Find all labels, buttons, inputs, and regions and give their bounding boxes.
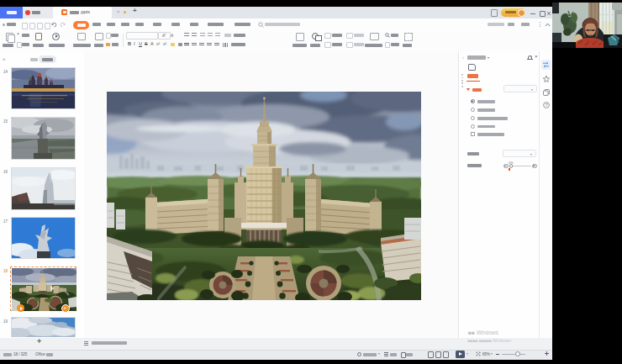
svg-text:?: ? xyxy=(546,103,548,108)
